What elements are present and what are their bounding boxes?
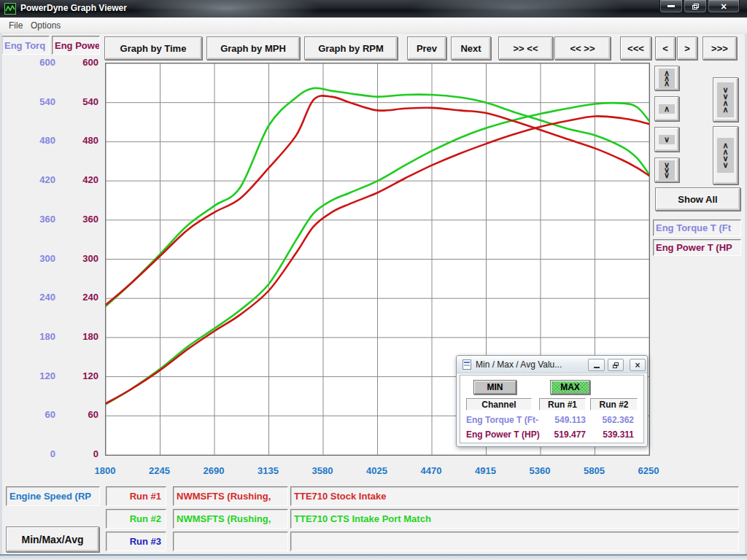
y-tick-label: 360 <box>58 214 98 225</box>
x-tick-label: 1800 <box>88 465 122 476</box>
y-tick-label: 420 <box>15 174 55 185</box>
window-title: PowerDyne Graph Viewer <box>20 3 127 13</box>
y-tick-label: 60 <box>15 409 55 420</box>
scroll-left-button[interactable]: < <box>655 36 676 60</box>
run2-label-box[interactable]: Run #2 <box>106 509 166 529</box>
y-scale-expand-fast-button[interactable]: ∧ ∧ ∧ <box>654 66 679 90</box>
min-toggle-button[interactable]: MIN <box>473 380 516 394</box>
scroll-far-left-button[interactable]: <<< <box>620 36 651 60</box>
y-tick-label: 540 <box>15 96 55 107</box>
triple-chevron-down-icon: ∨ ∨ ∨ <box>659 160 675 180</box>
power-axis-box[interactable]: Eng Powe <box>52 36 100 55</box>
run3-name-box[interactable] <box>173 532 288 551</box>
graph-by-time-button[interactable]: Graph by Time <box>104 36 202 60</box>
x-tick-label: 6250 <box>632 465 665 476</box>
run2-comment-box[interactable]: TTE710 CTS Intake Port Match <box>290 509 739 529</box>
triple-chevron-up-icon: ∧ ∧ ∧ <box>659 69 675 88</box>
next-button[interactable]: Next <box>451 36 491 60</box>
y-tick-label: 540 <box>58 96 98 107</box>
graph-by-rpm-button[interactable]: Graph by RPM <box>304 36 398 60</box>
show-all-button[interactable]: Show All <box>655 187 740 211</box>
x-tick-label: 2690 <box>197 465 231 476</box>
chevron-up-icon: ∧ <box>659 104 675 114</box>
dialog-title: Min / Max / Avg Valu... <box>476 359 562 370</box>
menu-options[interactable]: Options <box>28 20 63 31</box>
prev-button[interactable]: Prev <box>407 36 446 60</box>
max-toggle-button[interactable]: MAX <box>550 380 590 394</box>
minimize-button[interactable] <box>659 0 683 13</box>
run3-comment-box[interactable] <box>290 532 739 551</box>
y-tick-label: 120 <box>15 370 55 381</box>
y-tick-label: 300 <box>58 253 98 264</box>
powerdyne-window: PowerDyne Graph Viewer × File Options En… <box>0 0 747 560</box>
aero-glass-highlight <box>409 0 627 18</box>
y-range-expand-button[interactable]: ∧ ∧ ∨ ∨ <box>713 126 738 184</box>
power-row-run2-value: 539.311 <box>590 429 634 440</box>
run3-label-box[interactable]: Run #3 <box>106 532 166 551</box>
y-tick-label: 480 <box>15 135 55 146</box>
title-bar[interactable]: PowerDyne Graph Viewer × <box>0 0 747 18</box>
zoom-out-x-button[interactable]: << >> <box>554 36 611 60</box>
minimize-icon <box>594 367 600 368</box>
dialog-restore-button[interactable] <box>608 359 624 371</box>
y-tick-label: 300 <box>15 253 55 264</box>
menu-bar: File Options <box>0 18 747 34</box>
run1-column-header[interactable]: Run #1 <box>539 398 586 411</box>
dialog-close-button[interactable]: × <box>630 359 646 371</box>
chevrons-outward-icon: ∧ ∧ ∨ ∨ <box>717 138 733 173</box>
y-tick-label: 240 <box>15 292 55 303</box>
x-tick-label: 5360 <box>523 465 557 476</box>
power-row-channel: Eng Power T (HP) <box>466 429 540 440</box>
run2-column-header[interactable]: Run #2 <box>590 398 638 411</box>
x-tick-label: 4915 <box>469 465 503 476</box>
run1-label-box[interactable]: Run #1 <box>106 486 166 506</box>
restore-icon <box>613 362 619 368</box>
run2-name-box[interactable]: NWMSFTS (Rushing, <box>173 509 288 529</box>
scroll-far-right-button[interactable]: >>> <box>703 36 737 60</box>
scroll-right-button[interactable]: > <box>677 36 697 60</box>
x-tick-label: 4025 <box>360 465 394 476</box>
close-button[interactable]: × <box>708 0 740 13</box>
x-tick-label: 5805 <box>578 465 611 476</box>
power-row-run1-value: 519.477 <box>539 429 586 440</box>
y-range-compress-button[interactable]: ∨ ∨ ∧ ∧ <box>713 77 738 122</box>
window-bottom-frame[interactable] <box>0 554 747 560</box>
y-tick-label: 180 <box>58 331 98 342</box>
restore-icon <box>692 4 699 9</box>
torque-row-run1-value: 549.113 <box>539 415 586 425</box>
y-tick-label: 480 <box>58 135 98 146</box>
torque-channel-label[interactable]: Eng Torque T (Ft <box>653 219 741 236</box>
restore-button[interactable] <box>684 0 707 13</box>
y-scale-down-button[interactable]: ∨ <box>654 127 679 152</box>
window-left-frame <box>0 34 2 554</box>
x-tick-label: 3135 <box>252 465 285 476</box>
dialog-icon <box>462 359 471 370</box>
zoom-in-x-button[interactable]: >> << <box>498 36 553 60</box>
channel-column-header[interactable]: Channel <box>466 398 532 411</box>
graph-by-mph-button[interactable]: Graph by MPH <box>206 36 300 60</box>
y-scale-shrink-fast-button[interactable]: ∨ ∨ ∨ <box>654 158 679 182</box>
y-tick-label: 0 <box>58 448 98 459</box>
y-tick-label: 600 <box>15 57 55 68</box>
y-scale-up-button[interactable]: ∧ <box>654 96 679 121</box>
torque-axis-box[interactable]: Eng Torq <box>1 36 50 55</box>
x-channel-box[interactable]: Engine Speed (RP <box>6 486 100 506</box>
min-max-avg-button[interactable]: Min/Max/Avg <box>6 526 99 552</box>
x-tick-label: 3580 <box>306 465 339 476</box>
aero-glass-highlight <box>131 0 321 18</box>
chevron-down-icon: ∨ <box>659 135 675 144</box>
power-channel-label[interactable]: Eng Power T (HP <box>653 239 741 256</box>
dialog-minimize-button[interactable] <box>588 359 605 371</box>
run1-name-box[interactable]: NWMSFTS (Rushing, <box>173 486 288 506</box>
dialog-title-bar[interactable]: Min / Max / Avg Valu... × <box>457 356 647 373</box>
y-tick-label: 240 <box>58 292 98 303</box>
y-tick-label: 180 <box>15 331 55 342</box>
app-icon <box>4 3 16 15</box>
y-tick-label: 60 <box>58 409 98 420</box>
x-tick-label: 2245 <box>143 465 177 476</box>
run1-comment-box[interactable]: TTE710 Stock Intake <box>290 486 739 506</box>
menu-file[interactable]: File <box>6 20 26 31</box>
y-tick-label: 360 <box>15 214 55 225</box>
close-icon: × <box>721 1 727 12</box>
minimize-icon <box>667 5 675 7</box>
